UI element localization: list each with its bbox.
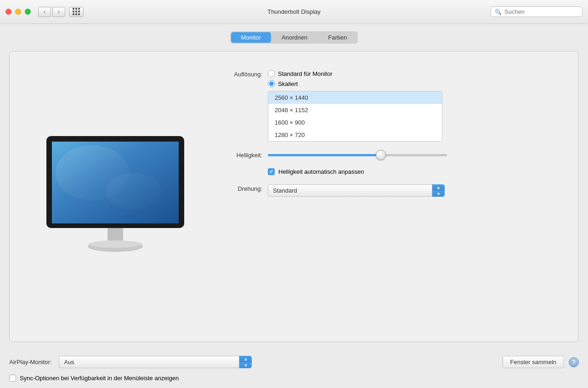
titlebar: ‹ › Thunderbolt Display 🔍 — [0, 0, 588, 24]
resolution-list: 2560 × 1440 2048 × 1152 1600 × 900 1280 … — [268, 91, 442, 142]
drehung-select-container: Standard ▲ ▼ — [268, 184, 445, 197]
main-content: Monitor Anordnen Farben — [0, 24, 588, 349]
airplay-select-container: Aus ▲ ▼ — [59, 356, 252, 368]
auto-brightness-row: ✓ Helligkeit automatisch anpassen — [268, 168, 560, 175]
radio-skaliert[interactable]: Skaliert — [268, 80, 442, 87]
drehung-select[interactable]: Standard — [268, 184, 445, 197]
radio-standard-label: Standard für Monitor — [278, 70, 333, 77]
window-title: Thunderbolt Display — [267, 8, 321, 15]
radio-standard[interactable]: Standard für Monitor — [268, 70, 442, 77]
bottom-bar: AirPlay-Monitor: Aus ▲ ▼ Fenster sammeln… — [0, 349, 588, 375]
resolution-item-0[interactable]: 2560 × 1440 — [268, 91, 442, 104]
radio-skaliert-btn[interactable] — [268, 80, 275, 87]
maximize-button[interactable] — [25, 9, 31, 15]
sync-label: Sync-Optionen bei Verfügbarkeit in der M… — [20, 375, 179, 382]
close-button[interactable] — [6, 9, 11, 15]
resolution-item-3[interactable]: 1280 × 720 — [268, 129, 442, 141]
grid-button[interactable] — [69, 7, 84, 17]
tab-group: Monitor Anordnen Farben — [230, 31, 358, 44]
auto-brightness-checkbox[interactable]: ✓ — [268, 168, 275, 175]
tab-monitor[interactable]: Monitor — [231, 32, 271, 43]
resolution-item-2[interactable]: 1600 × 900 — [268, 116, 442, 129]
radio-skaliert-label: Skaliert — [278, 80, 298, 87]
traffic-lights — [6, 9, 31, 15]
settings-area: Auflösung: Standard für Monitor Skaliert — [221, 65, 560, 328]
helligkeit-row: Helligkeit: — [221, 151, 560, 159]
search-icon: 🔍 — [495, 9, 502, 15]
tab-farben[interactable]: Farben — [318, 32, 357, 43]
minimize-button[interactable] — [15, 9, 21, 15]
tab-bar: Monitor Anordnen Farben — [9, 31, 579, 44]
drehung-row: Drehung: Standard ▲ ▼ — [221, 184, 560, 197]
aufloesung-label: Auflösung: — [221, 70, 262, 78]
sync-checkbox[interactable] — [9, 375, 16, 382]
help-button[interactable]: ? — [569, 357, 579, 367]
auto-brightness-label: Helligkeit automatisch anpassen — [278, 168, 364, 175]
nav-buttons: ‹ › — [38, 7, 65, 17]
slider-track — [268, 154, 447, 156]
monitor-area — [28, 65, 203, 328]
bottom-right: Fenster sammeln ? — [503, 356, 579, 368]
radio-standard-btn[interactable] — [268, 70, 275, 77]
tab-anordnen[interactable]: Anordnen — [271, 32, 317, 43]
helligkeit-label: Helligkeit: — [221, 152, 262, 159]
svg-point-3 — [106, 173, 161, 210]
back-button[interactable]: ‹ — [38, 7, 51, 17]
search-input[interactable] — [504, 8, 578, 15]
monitor-image — [33, 127, 198, 266]
sync-row: Sync-Optionen bei Verfügbarkeit in der M… — [0, 375, 588, 388]
fenster-sammeln-button[interactable]: Fenster sammeln — [503, 356, 564, 368]
forward-button[interactable]: › — [52, 7, 65, 17]
checkbox-checkmark: ✓ — [269, 169, 273, 175]
airplay-label: AirPlay-Monitor: — [9, 359, 51, 365]
airplay-select[interactable]: Aus — [59, 356, 252, 368]
svg-point-6 — [89, 240, 142, 248]
drehung-label: Drehung: — [221, 184, 262, 192]
slider-thumb[interactable] — [376, 150, 386, 160]
aufloesung-row: Auflösung: Standard für Monitor Skaliert — [221, 70, 560, 142]
radio-inner — [269, 81, 274, 86]
grid-icon — [73, 8, 80, 16]
aufloesung-controls: Standard für Monitor Skaliert 2560 × 144… — [268, 70, 442, 142]
settings-panel: Auflösung: Standard für Monitor Skaliert — [9, 51, 579, 342]
brightness-slider[interactable] — [268, 151, 447, 159]
svg-rect-4 — [107, 228, 123, 242]
search-box[interactable]: 🔍 — [491, 6, 582, 17]
resolution-item-1[interactable]: 2048 × 1152 — [268, 104, 442, 116]
